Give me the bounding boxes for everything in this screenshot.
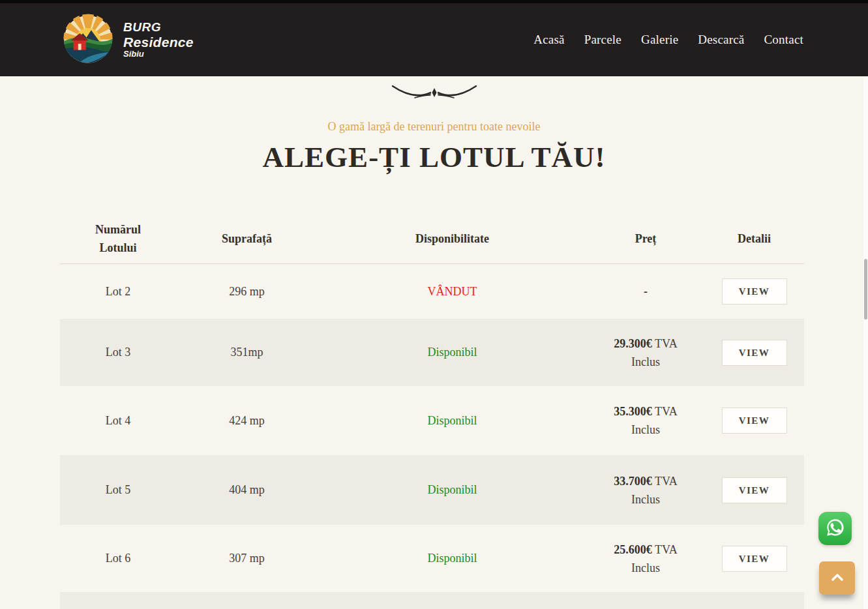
- lot-price: 29.300€ TVA Inclus: [587, 334, 704, 371]
- hero-subtitle: O gamă largă de terenuri pentru toate ne…: [0, 120, 868, 134]
- lots-table: Numărul Lotului Suprafață Disponibilitat…: [60, 215, 804, 609]
- lot-area: 351mp: [176, 346, 318, 359]
- nav-item-descarca[interactable]: Descarcă: [698, 33, 744, 47]
- lot-number: Lot 6: [60, 552, 176, 565]
- lot-number: Lot 2: [60, 285, 176, 299]
- lot-area: 296 mp: [176, 285, 318, 299]
- logo-line-burg: BURG: [123, 20, 194, 34]
- flourish-divider: [0, 83, 868, 104]
- view-button-lot-4[interactable]: VIEW: [722, 408, 787, 434]
- lot-price: -: [587, 282, 704, 301]
- lot-price: 33.700€ TVA Inclus: [587, 472, 704, 509]
- nav-item-acasa[interactable]: Acasă: [533, 33, 564, 47]
- table-row-lot-3: Lot 3 351mp Disponibil 29.300€ TVA Inclu…: [60, 319, 804, 386]
- nav-item-parcele[interactable]: Parcele: [584, 33, 621, 47]
- lot-number: Lot 3: [60, 346, 176, 359]
- table-row-lot-2: Lot 2 296 mp VÂNDUT - VIEW: [60, 264, 804, 319]
- whatsapp-button[interactable]: [818, 512, 852, 545]
- logo-text: BURG Residence Sibiu: [123, 20, 194, 59]
- scroll-to-top-button[interactable]: [819, 561, 855, 595]
- table-header-row: Numărul Lotului Suprafață Disponibilitat…: [60, 215, 804, 264]
- lot-number: Lot 4: [60, 414, 176, 428]
- view-button-lot-3[interactable]: VIEW: [722, 340, 787, 366]
- burg-residence-logo-icon: [62, 12, 114, 67]
- availability-badge: Disponibil: [318, 552, 587, 565]
- logo-line-sibiu: Sibiu: [123, 50, 194, 59]
- lot-number: Lot 5: [60, 483, 176, 497]
- table-row-lot-6: Lot 6 307 mp Disponibil 25.600€ TVA Incl…: [60, 525, 804, 592]
- column-header-area: Suprafață: [176, 230, 318, 248]
- view-button-lot-5[interactable]: VIEW: [722, 477, 787, 503]
- table-row-lot-5: Lot 5 404 mp Disponibil 33.700€ TVA Incl…: [60, 455, 804, 525]
- nav-item-galerie[interactable]: Galerie: [641, 33, 678, 47]
- lot-price: 35.300€ TVA Inclus: [587, 402, 704, 439]
- lot-price: 25.600€ TVA Inclus: [587, 541, 704, 577]
- availability-badge: Disponibil: [318, 483, 587, 497]
- table-row-partial: [60, 592, 804, 609]
- column-header-availability: Disponibilitate: [318, 230, 587, 248]
- whatsapp-icon: [824, 516, 847, 542]
- table-row-lot-4: Lot 4 424 mp Disponibil 35.300€ TVA Incl…: [60, 386, 804, 455]
- window-top-edge: [0, 0, 868, 3]
- view-button-lot-6[interactable]: VIEW: [722, 546, 787, 572]
- site-header: BURG Residence Sibiu Acasă Parcele Galer…: [0, 0, 868, 76]
- availability-badge: VÂNDUT: [318, 285, 587, 299]
- page-title: ALEGE-ȚI LOTUL TĂU!: [0, 140, 868, 174]
- lot-area: 404 mp: [176, 483, 318, 497]
- column-header-details: Detalii: [704, 230, 804, 248]
- column-header-price: Preț: [587, 230, 704, 248]
- availability-badge: Disponibil: [318, 346, 587, 359]
- availability-badge: Disponibil: [318, 414, 587, 428]
- chevron-up-icon: [830, 572, 845, 585]
- main-nav: Acasă Parcele Galerie Descarcă Contact: [533, 33, 803, 47]
- column-header-lot: Numărul Lotului: [60, 221, 176, 258]
- scrollbar-thumb[interactable]: [864, 259, 867, 319]
- site-logo[interactable]: BURG Residence Sibiu: [62, 12, 194, 67]
- logo-line-residence: Residence: [123, 35, 194, 50]
- view-button-lot-2[interactable]: VIEW: [722, 278, 787, 304]
- lot-area: 424 mp: [176, 414, 318, 428]
- lot-area: 307 mp: [176, 552, 318, 565]
- nav-item-contact[interactable]: Contact: [764, 33, 804, 47]
- scrollbar-track: [863, 76, 868, 609]
